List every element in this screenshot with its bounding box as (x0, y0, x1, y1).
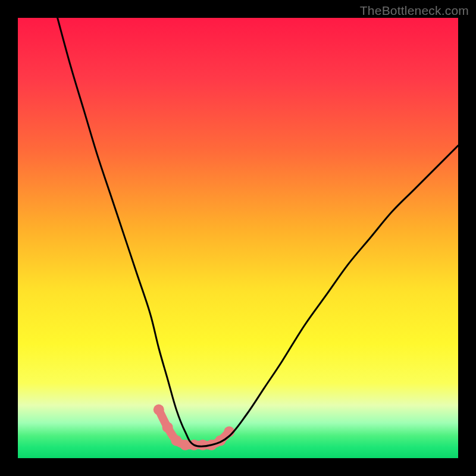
accent-marker (154, 405, 164, 415)
chart-curve-layer (18, 18, 458, 458)
watermark-text: TheBottleneck.com (360, 4, 469, 18)
accent-markers (154, 405, 234, 450)
accent-marker (162, 422, 173, 433)
plot-area (18, 18, 458, 458)
chart-frame: TheBottleneck.com (0, 0, 476, 476)
bottleneck-curve (58, 18, 458, 446)
